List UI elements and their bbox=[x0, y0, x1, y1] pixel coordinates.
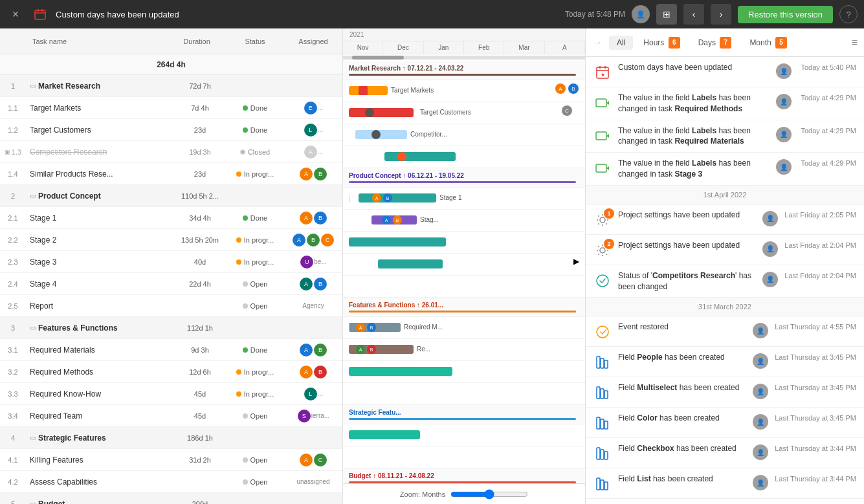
expand-icon-1[interactable]: ▭ bbox=[30, 82, 36, 89]
task-assigned-1-3: A... bbox=[284, 146, 342, 159]
task-row-1-1[interactable]: 1.1 Target Markets 7d 4h Done E... bbox=[0, 97, 342, 119]
svg-rect-31 bbox=[597, 478, 600, 490]
top-bar: × Custom days have been updated Today at… bbox=[0, 0, 864, 28]
group-num-1: 1 bbox=[0, 82, 26, 90]
restore-button[interactable]: Restore this version bbox=[738, 6, 833, 23]
calendar-icon bbox=[31, 5, 49, 23]
task-row-2-1[interactable]: 2.1 Stage 1 34d 4h Done AB bbox=[0, 207, 342, 229]
history-panel: → All Hours 6 Days 7 Month 5 ≡ ★ bbox=[586, 28, 864, 504]
gantt-year: 2021 bbox=[346, 31, 368, 38]
group-name-2: Product Concept bbox=[38, 192, 101, 201]
gantt-row-1-3: Competitor... bbox=[343, 124, 585, 146]
avatar: B bbox=[314, 366, 327, 378]
task-num-1-1: 1.1 bbox=[0, 104, 26, 112]
group-row-2[interactable]: 2 ▭ Product Concept 110d 5h 2... bbox=[0, 185, 342, 207]
history-item-label-materials: The value in the field Labels has been c… bbox=[586, 120, 864, 153]
expand-icon-4[interactable]: ▭ bbox=[30, 434, 36, 441]
task-row-3-1[interactable]: 3.1 Required Materials 9d 3h Done AB bbox=[0, 339, 342, 361]
help-button[interactable]: ? bbox=[839, 5, 858, 23]
history-avatar: 👤 bbox=[753, 444, 768, 460]
next-button[interactable]: › bbox=[711, 4, 731, 25]
prev-button[interactable]: ‹ bbox=[683, 4, 704, 25]
avatar: C bbox=[562, 105, 572, 116]
svg-point-16 bbox=[600, 248, 605, 253]
history-tabs: → All Hours 6 Days 7 Month 5 ≡ bbox=[586, 28, 864, 57]
svg-rect-24 bbox=[604, 391, 608, 399]
gantt-bar-avatar-tc bbox=[365, 108, 374, 117]
filter-icon[interactable]: ≡ bbox=[852, 37, 858, 49]
group-row-1[interactable]: 1 ▭ Market Research 72d 7h bbox=[0, 75, 342, 97]
task-row-3-3[interactable]: 3.3 Required Know-How 45d In progr... L.… bbox=[0, 383, 342, 405]
task-name-1-2: Target Customers bbox=[30, 126, 91, 135]
gantt-scrollbar[interactable] bbox=[343, 56, 585, 60]
zoom-bar: Zoom: Months bbox=[343, 483, 585, 504]
tab-hours[interactable]: Hours 6 bbox=[636, 34, 687, 51]
event-history-icon bbox=[593, 323, 612, 341]
close-button[interactable]: × bbox=[6, 5, 25, 23]
tab-days[interactable]: Days 7 bbox=[691, 34, 740, 51]
task-row-1-3[interactable]: ▣ 1.3 Competitors Research 19d 3h Closed… bbox=[0, 141, 342, 163]
task-row-1-2[interactable]: 1.2 Target Customers 23d Done L... bbox=[0, 119, 342, 141]
task-name-1-3: Competitors Research bbox=[30, 148, 107, 157]
label-history-icon-3 bbox=[593, 159, 612, 177]
status-dot bbox=[243, 105, 248, 111]
avatar: A bbox=[300, 168, 313, 181]
group-row-4[interactable]: 4 ▭ Strategic Features 186d 1h bbox=[0, 427, 342, 449]
gantt-bar-stage4 bbox=[378, 259, 443, 268]
svg-point-15 bbox=[600, 217, 605, 223]
svg-rect-22 bbox=[597, 387, 600, 399]
gantt-months: Nov Dec Jan Feb Mar A bbox=[343, 41, 585, 54]
task-status-1-1: Done bbox=[226, 104, 284, 112]
task-row-3-2[interactable]: 3.2 Required Methods 12d 6h In progr... … bbox=[0, 361, 342, 383]
history-text-project-settings-1: Project settings have been updated bbox=[618, 210, 756, 221]
task-row-4-1[interactable]: 4.1 Killing Features 31d 2h Open AC bbox=[0, 449, 342, 471]
svg-text:★: ★ bbox=[601, 72, 605, 78]
avatar: A bbox=[300, 278, 313, 290]
expand-icon-3[interactable]: ▭ bbox=[30, 324, 36, 331]
tab-all[interactable]: All bbox=[609, 36, 633, 50]
history-avatar: 👤 bbox=[762, 211, 778, 226]
expand-icon-5[interactable]: ▭ bbox=[30, 500, 36, 504]
task-row-3-4[interactable]: 3.4 Required Team 45d Open Sierra... bbox=[0, 405, 342, 427]
zoom-slider[interactable] bbox=[450, 489, 528, 499]
expand-icon-2[interactable]: ▭ bbox=[30, 192, 36, 199]
task-row-2-2[interactable]: 2.2 Stage 2 13d 5h 20m In progr... ABC bbox=[0, 229, 342, 251]
history-time-field-people: Last Thursday at 3:45 PM bbox=[775, 353, 856, 361]
history-item-field-list: Field List has been created 👤 Last Thurs… bbox=[586, 468, 864, 499]
history-text-label-stage3: The value in the field Labels has been c… bbox=[618, 158, 770, 180]
tab-month-badge: 5 bbox=[775, 37, 787, 49]
history-time-field-checkbox: Last Thursday at 3:44 PM bbox=[775, 444, 856, 452]
task-row-1-4[interactable]: 1.4 Similar Products Rese... 23d In prog… bbox=[0, 163, 342, 185]
tab-month[interactable]: Month 5 bbox=[742, 34, 795, 51]
gantt-body: Market Research ↑ 07.12.21 - 24.03.22 Ta… bbox=[343, 61, 585, 483]
history-text-status-competitors: Status of 'Competitors Research' has bee… bbox=[618, 270, 756, 292]
task-panel: Task name Duration Status Assigned 264d … bbox=[0, 28, 343, 504]
avatar: A bbox=[555, 83, 566, 94]
task-row-2-3[interactable]: 2.3 Stage 3 40d In progr... Ube... bbox=[0, 251, 342, 273]
gantt-bar-similar bbox=[384, 152, 456, 161]
total-duration: 264d 4h bbox=[157, 60, 186, 69]
task-dur-1-3: 19d 3h bbox=[174, 148, 226, 156]
history-time-project-settings-1: Last Friday at 2:05 PM bbox=[784, 211, 856, 219]
gantt-label-strategic: Strategic Featu... bbox=[349, 409, 401, 416]
history-item-label-stage3: The value in the field Labels has been c… bbox=[586, 153, 864, 186]
grid-icon[interactable]: ⊞ bbox=[656, 4, 677, 25]
month-nov: Nov bbox=[343, 41, 383, 54]
col-header-name: Task name bbox=[26, 38, 168, 45]
history-text-field-list: Field List has been created bbox=[618, 474, 746, 485]
back-arrow[interactable]: → bbox=[592, 37, 603, 49]
status-dot bbox=[240, 149, 245, 155]
gantt-scroll-thumb[interactable] bbox=[352, 56, 404, 60]
task-row-4-2[interactable]: 4.2 Assess Capabilities Open unassigned bbox=[0, 471, 342, 493]
history-text-label-methods: The value in the field Labels has been c… bbox=[618, 93, 770, 115]
gantt-bar-market-line bbox=[349, 74, 576, 76]
history-avatar: 👤 bbox=[776, 127, 792, 142]
task-row-2-4[interactable]: 2.4 Stage 4 22d 4h Open AB bbox=[0, 273, 342, 295]
task-name-2-4: Stage 4 bbox=[30, 279, 56, 289]
group-row-3[interactable]: 3 ▭ Features & Functions 112d 1h bbox=[0, 317, 342, 339]
avatar: B bbox=[568, 83, 579, 94]
group-row-5[interactable]: 5 ▭ Budget 200d bbox=[0, 493, 342, 504]
tab-days-badge: 7 bbox=[720, 37, 731, 49]
total-row: 264d 4h bbox=[0, 54, 342, 75]
task-row-2-5[interactable]: 2.5 Report Open Agency bbox=[0, 295, 342, 317]
